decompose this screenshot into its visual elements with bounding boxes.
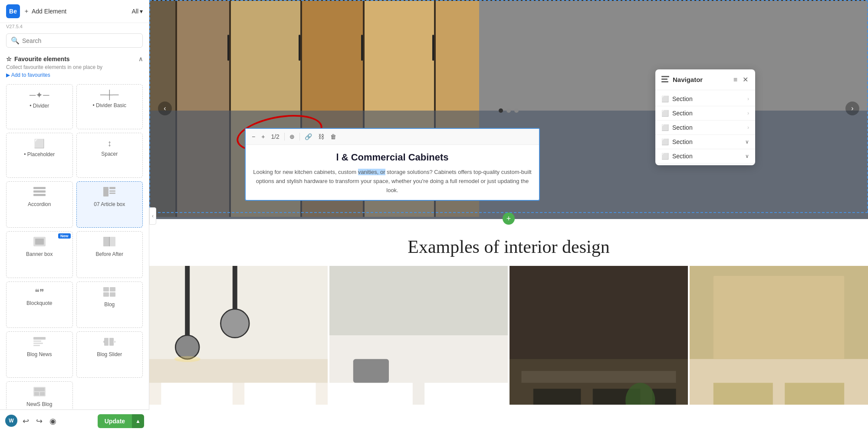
slide-dot-2[interactable] <box>506 108 511 113</box>
svg-rect-15 <box>110 292 115 297</box>
editor-plus-btn[interactable]: + <box>259 131 267 142</box>
add-element-label: Add Element <box>32 8 66 15</box>
svg-rect-44 <box>149 0 868 1</box>
svg-rect-20 <box>104 338 108 346</box>
element-card-spacer[interactable]: ↕ Spacer <box>76 133 143 178</box>
svg-rect-73 <box>713 276 844 359</box>
slider-next-button[interactable]: › <box>845 101 859 115</box>
editor-link-btn[interactable]: 🔗 <box>302 131 315 142</box>
favourites-section: ☆ Favourite elements ∧ Collect favourite… <box>0 51 149 80</box>
gallery-row <box>149 266 868 405</box>
svg-rect-5 <box>109 190 115 192</box>
svg-rect-21 <box>109 338 114 346</box>
svg-rect-3 <box>103 187 108 196</box>
svg-rect-41 <box>299 35 300 61</box>
section-label-5: Section <box>672 153 742 160</box>
navigator-section-2[interactable]: ⬜ Section › <box>655 106 755 121</box>
section-heading: Examples of interior design <box>408 219 609 266</box>
section-icon-4: ⬜ <box>661 138 669 145</box>
section-label-1: Section <box>672 95 744 102</box>
svg-rect-76 <box>661 76 669 77</box>
svg-rect-67 <box>652 389 676 405</box>
version-tag: V27.5.4 <box>0 23 149 30</box>
section-chevron-4: ∨ <box>745 139 749 145</box>
undo-button[interactable]: ↩ <box>20 414 32 429</box>
slide-dot-3[interactable] <box>514 108 519 113</box>
svg-rect-58 <box>329 383 413 405</box>
chevron-down-icon: ▾ <box>140 8 143 15</box>
navigator-section-1[interactable]: ⬜ Section › <box>655 92 755 106</box>
update-group: Update ▲ <box>98 414 144 428</box>
navigator-section-5[interactable]: ⬜ Section ∨ <box>655 149 755 164</box>
editor-unlink-btn[interactable]: ⛓ <box>316 131 327 142</box>
all-label: All <box>132 8 138 15</box>
accordion-icon <box>33 187 46 199</box>
update-dropdown-button[interactable]: ▲ <box>132 414 144 428</box>
redo-button[interactable]: ↪ <box>33 414 45 429</box>
element-card-before-after[interactable]: Before After <box>76 231 143 278</box>
star-icon: ☆ <box>6 56 12 62</box>
add-to-favourites-link[interactable]: ▶ Add to favourites <box>6 72 143 78</box>
svg-rect-12 <box>103 287 109 291</box>
add-element-button[interactable]: ＋ Add Element <box>23 7 66 15</box>
svg-rect-29 <box>175 0 177 217</box>
svg-rect-1 <box>33 190 46 193</box>
section-icon-5: ⬜ <box>661 153 669 160</box>
element-card-blog-news[interactable]: Blog News <box>6 331 73 378</box>
divider-icon: ─✦─ <box>30 90 49 100</box>
element-card-accordion[interactable]: Accordion <box>6 181 73 228</box>
editor-delete-btn[interactable]: 🗑 <box>328 131 339 142</box>
blog-label: Blog <box>104 301 115 308</box>
section-icon-2: ⬜ <box>661 110 669 117</box>
element-card-blockquote[interactable]: ❝❞ Blockquote <box>6 281 73 328</box>
svg-rect-59 <box>424 383 508 405</box>
svg-rect-64 <box>521 371 676 383</box>
gallery-item-3 <box>510 266 688 405</box>
navigator-title: Navigator <box>673 76 729 83</box>
divider-basic-icon: ─┼─ <box>100 90 119 100</box>
section-label-4: Section <box>672 138 742 145</box>
navigator-panel: Navigator ≡ ✕ ⬜ Section › ⬜ Section › ⬜ … <box>655 69 755 165</box>
element-card-blog-slider[interactable]: Blog Slider <box>76 331 143 378</box>
navigator-items: ⬜ Section › ⬜ Section › ⬜ Section › ⬜ Se… <box>655 90 755 165</box>
element-card-placeholder[interactable]: ⬜ • Placeholder <box>6 133 73 178</box>
svg-rect-9 <box>103 237 109 246</box>
navigator-menu-btn[interactable]: ≡ <box>733 75 738 85</box>
svg-rect-43 <box>432 35 434 61</box>
svg-rect-26 <box>34 392 39 396</box>
wordpress-icon[interactable]: W <box>5 415 17 427</box>
add-section-button-mid[interactable]: + <box>503 213 515 225</box>
section-chevron-2: › <box>747 110 749 116</box>
editor-minus-btn[interactable]: − <box>249 131 258 142</box>
svg-rect-74 <box>713 383 773 405</box>
bottom-toolbar: 🖥 ↩ ↪ ◉ Update ▲ <box>0 409 149 432</box>
svg-rect-8 <box>35 239 44 245</box>
element-card-divider[interactable]: ─✦─ • Divider <box>6 84 73 129</box>
placeholder-label: • Placeholder <box>24 151 55 157</box>
svg-marker-23 <box>115 340 115 343</box>
favourites-collapse-btn[interactable]: ∧ <box>138 56 143 62</box>
navigator-section-3[interactable]: ⬜ Section › <box>655 121 755 135</box>
all-filter-dropdown[interactable]: All ▾ <box>132 8 143 15</box>
preview-button[interactable]: ◉ <box>47 414 59 429</box>
editor-content[interactable]: l & Commercial Cabinets Looking for new … <box>246 145 539 200</box>
svg-point-51 <box>174 356 201 362</box>
highlighted-text: vanities, or <box>358 169 385 175</box>
svg-rect-30 <box>177 0 229 217</box>
before-after-label: Before After <box>96 251 123 257</box>
slide-dot-1[interactable] <box>499 108 503 113</box>
sidebar-collapse-button[interactable]: ‹ <box>149 207 156 225</box>
slider-prev-button[interactable]: ‹ <box>158 101 172 115</box>
element-card-divider-basic[interactable]: ─┼─ • Divider Basic <box>76 84 143 129</box>
element-card-blog[interactable]: Blog <box>76 281 143 328</box>
element-card-banner-box[interactable]: New Banner box <box>6 231 73 278</box>
navigator-section-4[interactable]: ⬜ Section ∨ <box>655 135 755 149</box>
update-button[interactable]: Update <box>98 414 132 428</box>
editor-move-btn[interactable]: ⊕ <box>287 131 297 142</box>
svg-rect-78 <box>661 81 668 82</box>
navigator-close-btn[interactable]: ✕ <box>742 75 749 85</box>
search-input[interactable] <box>22 37 138 44</box>
svg-rect-42 <box>361 35 363 61</box>
element-card-article-box[interactable]: 07 Article box <box>76 181 143 228</box>
editor-half-btn[interactable]: 1/2 <box>268 131 282 142</box>
